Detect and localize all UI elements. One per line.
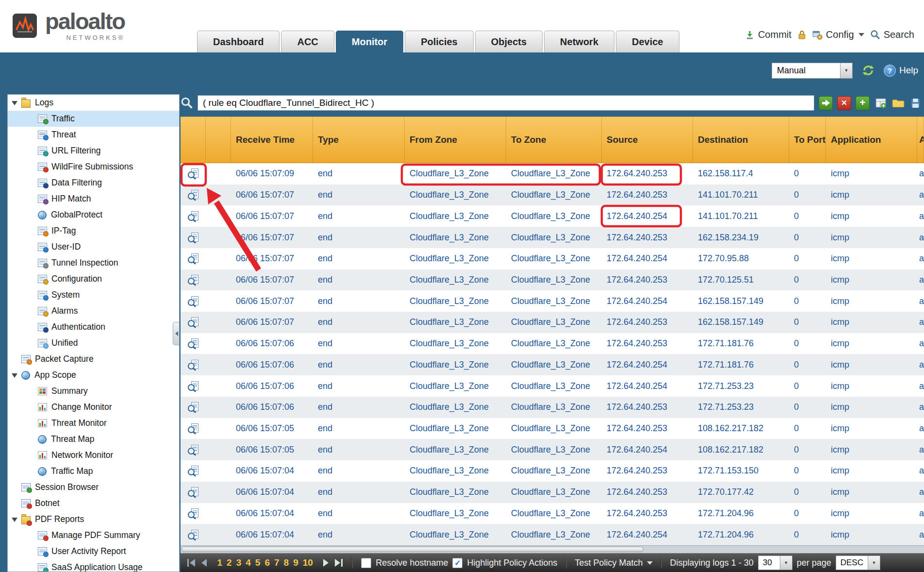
table-row[interactable]: 06/06 15:07:07 end Cloudflare_L3_Zone Cl… xyxy=(181,312,924,333)
log-detail-icon[interactable] xyxy=(188,360,199,370)
table-row[interactable]: 06/06 15:07:04 end Cloudflare_L3_Zone Cl… xyxy=(181,460,924,482)
sidebar-item-traffic[interactable]: Traffic xyxy=(8,111,179,127)
sidebar-item-logs[interactable]: Logs xyxy=(8,95,179,111)
sidebar-item-session-browser[interactable]: Session Browser xyxy=(8,479,179,495)
sidebar-item-packet-capture[interactable]: Packet Capture xyxy=(8,351,179,367)
sidebar-collapse-handle[interactable] xyxy=(173,322,180,345)
highlight-policy-checkbox[interactable] xyxy=(452,558,462,568)
table-row[interactable]: 06/06 15:07:07 end Cloudflare_L3_Zone Cl… xyxy=(181,185,924,206)
table-row[interactable]: 06/06 15:07:06 end Cloudflare_L3_Zone Cl… xyxy=(181,397,924,418)
table-row[interactable]: 06/06 15:07:07 end Cloudflare_L3_Zone Cl… xyxy=(181,248,924,269)
sidebar-item-summary[interactable]: Summary xyxy=(8,383,179,399)
first-page-button[interactable] xyxy=(187,559,195,567)
commit-button[interactable]: Commit xyxy=(745,29,792,40)
log-detail-icon[interactable] xyxy=(188,275,199,285)
sidebar-item-network-monitor[interactable]: Network Monitor xyxy=(8,447,179,463)
table-row[interactable]: 06/06 15:07:07 end Cloudflare_L3_Zone Cl… xyxy=(181,269,924,291)
chevron-down-icon[interactable] xyxy=(780,556,792,570)
per-page-select[interactable]: 30 xyxy=(758,555,792,570)
filter-builder-button[interactable] xyxy=(874,97,887,110)
sidebar-item-ip-tag[interactable]: IP-Tag xyxy=(8,223,179,239)
table-row[interactable]: 06/06 15:07:07 end Cloudflare_L3_Zone Cl… xyxy=(181,227,924,248)
log-detail-icon[interactable] xyxy=(188,508,199,519)
apply-filter-button[interactable] xyxy=(819,96,833,110)
last-page-button[interactable] xyxy=(335,559,343,567)
log-detail-icon[interactable] xyxy=(188,381,199,391)
sidebar-item-threat[interactable]: Threat xyxy=(8,127,179,143)
column-header-application[interactable]: Application xyxy=(826,117,917,163)
chevron-down-icon[interactable] xyxy=(840,63,852,78)
table-row[interactable]: 06/06 15:07:04 end Cloudflare_L3_Zone Cl… xyxy=(181,524,924,545)
log-detail-icon[interactable] xyxy=(188,487,199,497)
table-row[interactable]: 06/06 15:07:07 end Cloudflare_L3_Zone Cl… xyxy=(181,290,924,312)
log-detail-icon[interactable] xyxy=(188,423,199,434)
sidebar-item-unified[interactable]: Unified xyxy=(8,335,179,351)
table-row[interactable]: 06/06 15:07:06 end Cloudflare_L3_Zone Cl… xyxy=(181,354,924,375)
page-4-button[interactable]: 4 xyxy=(246,557,251,568)
sidebar-item-authentication[interactable]: Authentication xyxy=(8,319,179,335)
log-detail-icon[interactable] xyxy=(188,296,199,306)
sort-order-select[interactable]: DESC xyxy=(836,555,880,570)
log-detail-icon[interactable] xyxy=(188,211,199,221)
sidebar-item-hip-match[interactable]: HIP Match xyxy=(8,191,179,207)
clear-filter-button[interactable] xyxy=(837,96,851,110)
sidebar-item-threat-map[interactable]: Threat Map xyxy=(8,431,179,447)
table-row[interactable]: 06/06 15:07:05 end Cloudflare_L3_Zone Cl… xyxy=(181,418,924,439)
sidebar-item-user-id[interactable]: User-ID xyxy=(8,239,179,255)
page-9-button[interactable]: 9 xyxy=(293,557,298,568)
sidebar-item-tunnel-inspection[interactable]: Tunnel Inspection xyxy=(8,255,179,271)
lock-button[interactable] xyxy=(797,30,807,40)
sidebar-item-threat-monitor[interactable]: Threat Monitor xyxy=(8,415,179,431)
column-header-a[interactable]: A xyxy=(917,117,924,163)
save-filter-button[interactable] xyxy=(909,97,922,110)
column-header-destination[interactable]: Destination xyxy=(693,117,789,163)
refresh-button[interactable] xyxy=(861,64,875,77)
add-filter-button[interactable] xyxy=(856,96,870,110)
expand-arrow-icon[interactable] xyxy=(12,517,18,522)
column-header-to-port[interactable]: To Port xyxy=(789,117,826,163)
tab-dashboard[interactable]: Dashboard xyxy=(197,31,280,52)
sidebar-item-configuration[interactable]: Configuration xyxy=(8,271,179,287)
tab-network[interactable]: Network xyxy=(544,31,614,52)
table-row[interactable]: 06/06 15:07:04 end Cloudflare_L3_Zone Cl… xyxy=(181,482,924,503)
sidebar-item-manage-pdf-summary[interactable]: Manage PDF Summary xyxy=(8,527,179,543)
log-detail-icon[interactable] xyxy=(188,402,199,412)
table-row[interactable]: 06/06 15:07:06 end Cloudflare_L3_Zone Cl… xyxy=(181,333,924,354)
previous-page-button[interactable] xyxy=(201,559,207,567)
column-header-type[interactable]: Type xyxy=(313,117,405,163)
page-7-button[interactable]: 7 xyxy=(274,557,280,568)
config-menu[interactable]: Config xyxy=(812,29,864,40)
table-row[interactable]: 06/06 15:07:04 end Cloudflare_L3_Zone Cl… xyxy=(181,503,924,524)
sidebar-item-globalprotect[interactable]: GlobalProtect xyxy=(8,207,179,223)
help-button[interactable]: Help xyxy=(884,65,918,77)
column-header-to-zone[interactable]: To Zone xyxy=(506,117,602,163)
table-row[interactable]: 06/06 15:07:09 end Cloudflare_L3_Zone Cl… xyxy=(181,163,924,185)
tab-acc[interactable]: ACC xyxy=(281,31,334,52)
sidebar-item-user-activity-report[interactable]: User Activity Report xyxy=(8,543,179,559)
refresh-mode-select[interactable]: Manual xyxy=(772,63,853,79)
log-detail-icon[interactable] xyxy=(188,317,199,327)
horizontal-scrollbar[interactable] xyxy=(181,545,924,553)
log-detail-icon[interactable] xyxy=(188,253,199,264)
chevron-down-icon[interactable] xyxy=(868,556,880,570)
scrollbar-thumb[interactable] xyxy=(182,547,644,552)
page-2-button[interactable]: 2 xyxy=(227,557,232,568)
column-header-from-zone[interactable]: From Zone xyxy=(405,117,506,163)
sidebar-item-botnet[interactable]: Botnet xyxy=(8,495,179,511)
sidebar-item-change-monitor[interactable]: Change Monitor xyxy=(8,399,179,415)
test-policy-match-menu[interactable]: Test Policy Match xyxy=(575,558,653,568)
page-1-button[interactable]: 1 xyxy=(217,557,223,568)
log-detail-icon[interactable] xyxy=(188,233,199,243)
sidebar-item-saas-application-usage[interactable]: SaaS Application Usage xyxy=(8,559,179,572)
sidebar-item-traffic-map[interactable]: Traffic Map xyxy=(8,463,179,479)
next-page-button[interactable] xyxy=(323,559,329,567)
sidebar-item-app-scope[interactable]: App Scope xyxy=(8,367,179,383)
log-detail-icon[interactable] xyxy=(188,530,199,540)
filter-query-input[interactable] xyxy=(198,95,814,111)
table-row[interactable]: 06/06 15:07:07 end Cloudflare_L3_Zone Cl… xyxy=(181,205,924,227)
page-6-button[interactable]: 6 xyxy=(264,557,270,568)
tab-policies[interactable]: Policies xyxy=(405,31,474,52)
page-8-button[interactable]: 8 xyxy=(284,557,289,568)
tab-monitor[interactable]: Monitor xyxy=(336,31,403,52)
table-row[interactable]: 06/06 15:07:06 end Cloudflare_L3_Zone Cl… xyxy=(181,375,924,397)
